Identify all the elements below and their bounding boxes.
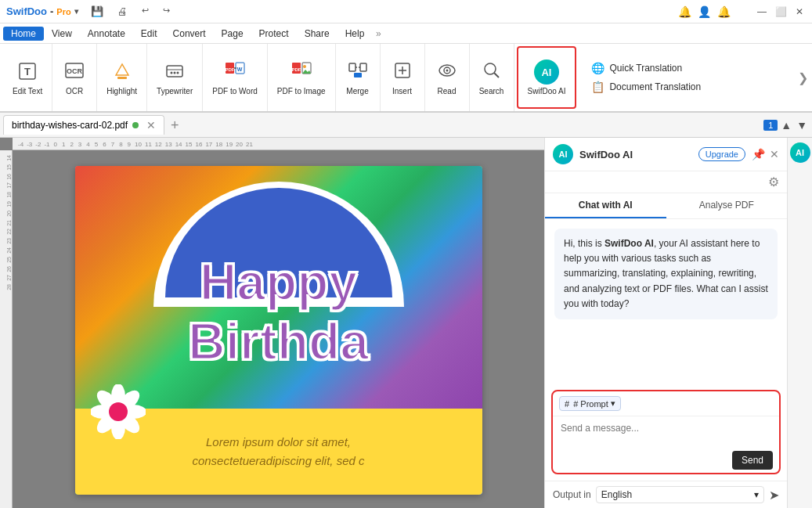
ruler-v-tick: 18: [0, 190, 12, 200]
swifdoo-ai-icon: AI: [534, 59, 559, 85]
page-nav-up-button[interactable]: ▲: [779, 119, 793, 132]
close-button[interactable]: ✕: [793, 5, 806, 18]
ribbon-group-merge: Merge: [336, 44, 381, 111]
ai-upgrade-button[interactable]: Upgrade: [698, 147, 745, 161]
account-icon[interactable]: 👤: [698, 5, 711, 18]
ruler-v-tick: 25: [0, 255, 12, 265]
highlight-button[interactable]: Highlight: [102, 56, 142, 99]
svg-rect-5: [167, 66, 182, 77]
insert-button[interactable]: Insert: [385, 56, 420, 99]
ai-prompt-hash: #: [565, 399, 569, 409]
app-dropdown[interactable]: ▾: [74, 7, 78, 16]
quick-translation-button[interactable]: 🌐 Quick Translation: [585, 59, 707, 77]
doc-tab-close-button[interactable]: ✕: [146, 119, 156, 132]
svg-rect-20: [360, 63, 366, 71]
card-happy-text: Happy: [200, 252, 358, 312]
ai-message-input[interactable]: [553, 416, 779, 448]
swifdoo-ai-label: SwifDoo AI: [528, 87, 566, 95]
ai-tabs: Chat with AI Analyse PDF: [545, 193, 787, 219]
window-save-icon[interactable]: 💾: [85, 4, 110, 19]
ai-messages-area[interactable]: Hi, this is SwifDoo AI, your AI assistan…: [545, 219, 787, 384]
edit-text-label: Edit Text: [13, 87, 42, 95]
page-nav-down-button[interactable]: ▼: [795, 119, 809, 132]
ruler-tick: 6: [100, 141, 108, 148]
search-button[interactable]: Search: [475, 56, 509, 99]
swifdoo-ai-button[interactable]: AI SwifDoo AI: [523, 56, 571, 99]
svg-text:T: T: [24, 66, 31, 77]
notification-icon[interactable]: 🔔: [678, 5, 691, 18]
pdf-to-image-icon: PDF: [291, 59, 312, 85]
pdf-to-word-label: PDF to Word: [212, 87, 258, 95]
ai-prompt-selector[interactable]: # # Prompt ▾: [559, 396, 621, 411]
birthday-card: Happy Birthda Lorem ipsum dolor sit amet…: [75, 166, 482, 495]
title-bar: SwifDoo-Pro ▾ 💾 🖨 ↩ ↪ 🔔 👤 🔔 — ⬜ ✕: [0, 0, 812, 23]
ruler-v-tick: 28: [0, 283, 12, 292]
svg-rect-19: [349, 63, 355, 71]
ai-tab-chat[interactable]: Chat with AI: [545, 193, 666, 218]
ai-close-icon[interactable]: ✕: [770, 148, 779, 160]
alert-icon[interactable]: 🔔: [717, 5, 731, 18]
doc-tab[interactable]: birthday-wishes-card-02.pdf ✕: [3, 115, 164, 135]
doc-tab-bar: birthday-wishes-card-02.pdf ✕ + 1 ▲ ▼: [0, 113, 812, 138]
window-redo-btn[interactable]: ↪: [157, 4, 176, 19]
menu-item-share[interactable]: Share: [297, 27, 337, 41]
document-translation-button[interactable]: 📋 Document Translation: [585, 78, 707, 95]
maximize-button[interactable]: ⬜: [774, 5, 787, 18]
ruler-tick: 13: [164, 141, 174, 148]
ai-settings-icon[interactable]: ⚙: [768, 175, 779, 189]
read-icon: [436, 59, 458, 85]
ruler-tick: 17: [204, 141, 214, 148]
right-sidebar-ai-button[interactable]: AI: [790, 142, 810, 163]
ribbon-flyout: 🌐 Quick Translation 📋 Document Translati…: [579, 44, 713, 111]
merge-button[interactable]: Merge: [341, 56, 375, 99]
ai-panel-icons: 📌 ✕: [752, 148, 779, 160]
ruler-tick: 9: [125, 141, 133, 148]
typewriter-icon: [164, 59, 186, 85]
menu-item-convert[interactable]: Convert: [165, 27, 214, 41]
svg-point-8: [174, 72, 176, 74]
ribbon-collapse-button[interactable]: ❯: [796, 44, 809, 111]
ruler-tick: 20: [234, 141, 244, 148]
menu-item-page[interactable]: Page: [214, 27, 251, 41]
pdf-viewer[interactable]: -4 -3 -2 -1 0 1 2 3 4 5 6 7 8 9 10 11 12…: [0, 138, 544, 508]
menu-more-button[interactable]: »: [372, 28, 384, 39]
ruler-tick: -4: [16, 141, 25, 148]
menu-item-home[interactable]: Home: [3, 27, 44, 41]
edit-text-button[interactable]: T Edit Text: [8, 57, 47, 99]
ruler-v-tick: 15: [0, 163, 12, 172]
ribbon-group-ocr: OCR OCR: [52, 44, 97, 111]
ai-output-lang-selector[interactable]: English ▾: [596, 486, 764, 503]
read-button[interactable]: Read: [430, 56, 464, 99]
ai-tab-analyse[interactable]: Analyse PDF: [666, 193, 788, 218]
doc-tab-filename: birthday-wishes-card-02.pdf: [12, 120, 128, 131]
ruler-v-tick: 22: [0, 227, 12, 236]
ruler-tick: 15: [184, 141, 194, 148]
ai-pin-icon[interactable]: 📌: [752, 148, 765, 160]
ribbon: T Edit Text OCR OCR Highlight: [0, 44, 812, 113]
minimize-button[interactable]: —: [756, 5, 768, 18]
ocr-button[interactable]: OCR OCR: [57, 56, 92, 99]
menu-item-view[interactable]: View: [44, 27, 80, 41]
doc-tab-add-button[interactable]: +: [164, 115, 186, 135]
pdf-to-word-button[interactable]: PDFW PDF to Word: [208, 56, 262, 99]
svg-point-18: [303, 65, 306, 68]
menu-item-edit[interactable]: Edit: [133, 27, 165, 41]
ruler-tick: -1: [42, 141, 51, 148]
pdf-to-image-button[interactable]: PDF PDF to Image: [272, 56, 330, 99]
svg-point-9: [177, 72, 179, 74]
ocr-label: OCR: [66, 87, 83, 95]
window-undo-btn[interactable]: ↩: [135, 4, 155, 19]
ribbon-group-pdf-to-word: PDFW PDF to Word: [203, 44, 268, 111]
app-logo: SwifDoo-Pro ▾: [6, 5, 78, 17]
menu-item-help[interactable]: Help: [337, 27, 373, 41]
typewriter-button[interactable]: Typewriter: [152, 56, 197, 99]
menu-item-protect[interactable]: Protect: [251, 27, 297, 41]
svg-rect-21: [354, 73, 362, 77]
ruler-horizontal: -4 -3 -2 -1 0 1 2 3 4 5 6 7 8 9 10 11 12…: [13, 138, 544, 150]
ruler-tick: 5: [92, 141, 100, 148]
menu-item-annotate[interactable]: Annotate: [80, 27, 133, 41]
ai-submit-icon[interactable]: ➤: [769, 488, 779, 503]
ai-send-button[interactable]: Send: [732, 451, 773, 470]
window-print-icon[interactable]: 🖨: [111, 4, 134, 19]
logo-text: SwifDoo: [6, 5, 47, 17]
